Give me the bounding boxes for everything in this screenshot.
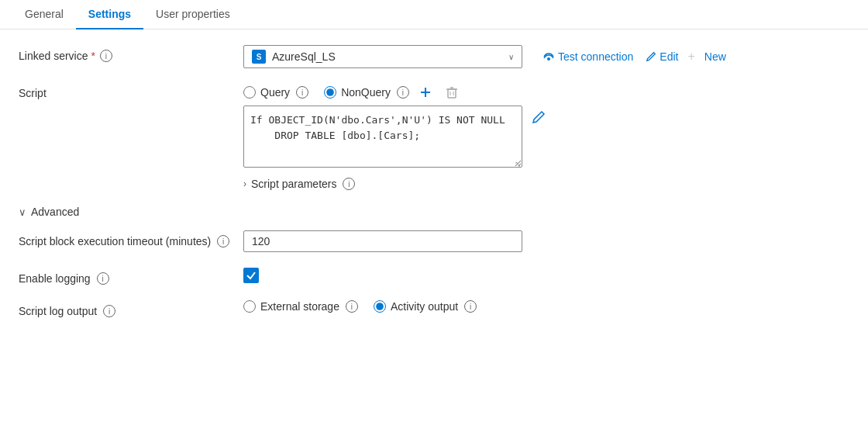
external-storage-info-icon[interactable]: i (346, 300, 358, 313)
advanced-label: Advanced (31, 206, 79, 218)
script-editor-row: If OBJECT_ID(N'dbo.Cars',N'U') IS NOT NU… (243, 106, 549, 170)
pencil-icon (532, 110, 546, 124)
external-storage-radio[interactable] (243, 300, 256, 313)
settings-content: Linked service * i S AzureSql_LS ∨ (0, 29, 868, 348)
script-params-info-icon[interactable]: i (343, 178, 355, 190)
script-label: Script (19, 84, 243, 99)
advanced-chevron-icon: ∨ (19, 206, 26, 218)
script-control: Query i NonQuery i (243, 84, 849, 190)
enable-logging-label: Enable logging i (19, 268, 243, 285)
activity-output-radio[interactable] (374, 300, 386, 313)
log-output-radio-group: External storage i Activity output i (243, 300, 477, 313)
script-parameters-toggle[interactable]: › Script parameters i (243, 178, 355, 190)
query-radio-label[interactable]: Query i (243, 86, 308, 99)
linked-service-text: Linked service (19, 50, 88, 62)
linked-service-row: Linked service * i S AzureSql_LS ∨ (19, 45, 849, 68)
svg-point-0 (547, 57, 550, 61)
checkmark-icon (246, 270, 257, 281)
timeout-text: Script block execution timeout (minutes) (19, 235, 211, 247)
tab-bar: General Settings User properties (0, 0, 868, 29)
enable-logging-control (243, 268, 849, 283)
linked-service-actions: Test connection Edit + New (538, 47, 731, 66)
test-connection-label: Test connection (558, 50, 633, 63)
query-label: Query (260, 86, 290, 99)
timeout-input[interactable] (243, 230, 522, 252)
script-log-output-control: External storage i Activity output i (243, 300, 849, 313)
timeout-control (243, 230, 849, 252)
external-storage-label: External storage (260, 300, 339, 313)
enable-logging-checkbox[interactable] (243, 268, 259, 283)
logging-info-icon[interactable]: i (97, 272, 109, 285)
edit-script-pencil-button[interactable] (529, 109, 549, 126)
script-log-output-text: Script log output (19, 305, 97, 317)
svg-rect-3 (448, 89, 456, 98)
linked-service-info-icon[interactable]: i (100, 50, 112, 62)
azure-sql-icon: S (252, 50, 266, 64)
nonquery-info-icon[interactable]: i (397, 86, 409, 99)
linked-service-dropdown[interactable]: S AzureSql_LS ∨ (243, 45, 522, 68)
timeout-row: Script block execution timeout (minutes)… (19, 230, 849, 252)
tab-user-properties[interactable]: User properties (143, 0, 243, 29)
enable-logging-text: Enable logging (19, 272, 91, 285)
advanced-header[interactable]: ∨ Advanced (19, 206, 849, 218)
test-connection-icon (542, 50, 555, 63)
edit-button[interactable]: Edit (641, 47, 683, 66)
script-type-radio-group: Query i NonQuery i (243, 86, 409, 99)
activity-output-info-icon[interactable]: i (464, 300, 477, 313)
nonquery-radio[interactable] (324, 86, 336, 99)
query-radio[interactable] (243, 86, 256, 99)
test-connection-button[interactable]: Test connection (538, 47, 638, 66)
script-row: Script Query i NonQuery i (19, 84, 849, 190)
dropdown-chevron-icon: ∨ (508, 53, 514, 61)
query-info-icon[interactable]: i (296, 86, 308, 99)
linked-service-value: AzureSql_LS (272, 50, 336, 63)
log-output-info-icon[interactable]: i (103, 305, 115, 317)
new-button[interactable]: New (700, 47, 731, 66)
script-toolbar (415, 84, 462, 101)
trash-icon (445, 85, 459, 99)
activity-output-label: Activity output (391, 300, 458, 313)
tab-general[interactable]: General (12, 0, 76, 29)
linked-service-control: S AzureSql_LS ∨ Test connection (243, 45, 849, 68)
script-parameters-label: Script parameters (251, 178, 336, 190)
script-params-chevron-icon: › (243, 178, 246, 189)
separator: + (687, 50, 694, 64)
linked-service-label: Linked service * i (19, 45, 243, 62)
script-log-output-row: Script log output i External storage i A… (19, 300, 849, 317)
enable-logging-row: Enable logging i (19, 268, 849, 285)
nonquery-radio-label[interactable]: NonQuery i (324, 86, 409, 99)
script-area-wrapper: If OBJECT_ID(N'dbo.Cars',N'U') IS NOT NU… (243, 106, 522, 170)
timeout-label: Script block execution timeout (minutes)… (19, 230, 243, 247)
script-textarea[interactable]: If OBJECT_ID(N'dbo.Cars',N'U') IS NOT NU… (243, 106, 522, 168)
edit-icon (646, 51, 656, 62)
nonquery-label: NonQuery (341, 86, 391, 99)
edit-label: Edit (660, 50, 678, 63)
new-label: New (704, 50, 726, 63)
timeout-info-icon[interactable]: i (217, 235, 229, 247)
external-storage-radio-label[interactable]: External storage i (243, 300, 358, 313)
enable-logging-checkbox-wrapper (243, 268, 259, 283)
add-script-button[interactable] (415, 84, 436, 101)
tab-settings[interactable]: Settings (76, 0, 143, 29)
script-text: Script (19, 87, 46, 99)
resize-handle: ⤡ (515, 160, 521, 168)
delete-script-button[interactable] (442, 84, 462, 101)
required-star: * (91, 50, 95, 62)
script-log-output-label: Script log output i (19, 300, 243, 317)
plus-icon (418, 85, 432, 99)
activity-output-radio-label[interactable]: Activity output i (374, 300, 477, 313)
